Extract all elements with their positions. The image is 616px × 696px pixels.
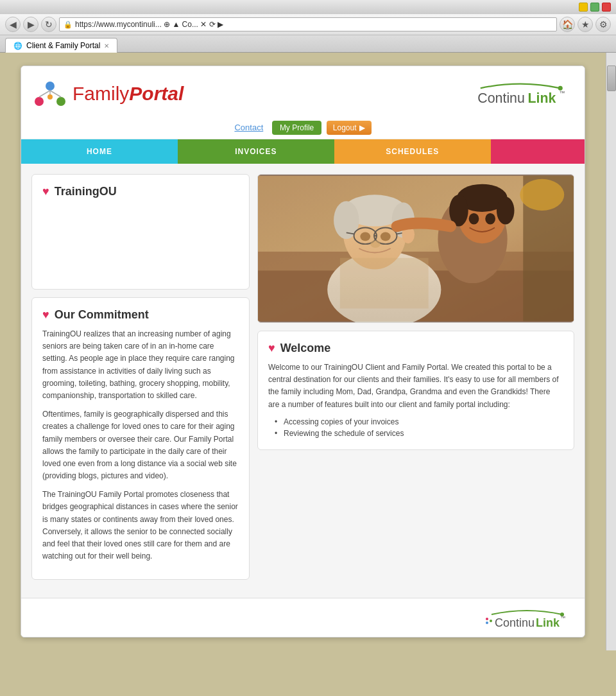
url-text: https://www.mycontinuli... ⊕ ▲ Co... ✕ ⟳… bbox=[75, 20, 223, 29]
training-ou-card: ♥ TrainingOU bbox=[31, 174, 250, 290]
svg-point-40 bbox=[486, 622, 488, 624]
nav-schedules-item[interactable]: SCHEDULES bbox=[334, 139, 491, 164]
refresh-button[interactable]: ↻ bbox=[41, 17, 56, 32]
tab-title: Client & Family Portal bbox=[26, 41, 100, 50]
main-navigation: HOME INVOICES SCHEDULES bbox=[21, 139, 585, 164]
commitment-p3: The TrainingOU Family Portal promotes cl… bbox=[42, 489, 239, 562]
heart-icon: ♥ bbox=[42, 185, 49, 198]
welcome-list: Accessing copies of your invoices Review… bbox=[268, 416, 563, 439]
welcome-bullet-1: Accessing copies of your invoices bbox=[275, 416, 563, 428]
welcome-heart-icon: ♥ bbox=[268, 342, 275, 355]
page-content: FamilyPortal Continu Link bbox=[0, 53, 606, 650]
address-bar[interactable]: 🔒 https://www.mycontinuli... ⊕ ▲ Co... ✕… bbox=[59, 17, 557, 31]
welcome-title: ♥ Welcome bbox=[268, 342, 563, 355]
commitment-p2: Oftentimes, family is geographically dis… bbox=[42, 408, 239, 482]
contact-link[interactable]: Contact bbox=[234, 123, 263, 132]
back-button[interactable]: ◀ bbox=[5, 17, 21, 32]
browser-chrome: ◀ ▶ ↻ 🔒 https://www.mycontinuli... ⊕ ▲ C… bbox=[0, 0, 616, 53]
maximize-button[interactable] bbox=[590, 3, 599, 12]
continuu-link-logo: Continu Link ™ bbox=[469, 76, 572, 110]
commitment-card: ♥ Our Commitment TrainingOU realizes tha… bbox=[31, 297, 250, 580]
svg-rect-38 bbox=[258, 176, 574, 321]
commitment-title-text: Our Commitment bbox=[55, 308, 149, 322]
svg-point-41 bbox=[486, 618, 488, 620]
welcome-intro: Welcome to our TrainingOU Client and Fam… bbox=[268, 361, 563, 411]
tab-close-button[interactable]: ✕ bbox=[104, 42, 109, 49]
commitment-heart-icon: ♥ bbox=[42, 308, 49, 322]
favorites-button[interactable]: ★ bbox=[578, 17, 593, 32]
welcome-bullet-2: Reviewing the schedule of services bbox=[275, 428, 563, 439]
browser-nav: ◀ ▶ ↻ 🔒 https://www.mycontinuli... ⊕ ▲ C… bbox=[0, 14, 616, 35]
training-ou-name: TrainingOU bbox=[55, 185, 117, 198]
svg-text:Link: Link bbox=[528, 91, 556, 106]
welcome-title-text: Welcome bbox=[280, 342, 331, 355]
page-wrapper: FamilyPortal Continu Link bbox=[0, 53, 616, 650]
logout-arrow-icon: ▶ bbox=[359, 123, 365, 132]
left-panel: ♥ TrainingOU ♥ Our Commitment TrainingOU… bbox=[31, 174, 250, 587]
welcome-text: Welcome to our TrainingOU Client and Fam… bbox=[268, 361, 563, 439]
commitment-title: ♥ Our Commitment bbox=[42, 308, 239, 322]
commitment-text: TrainingOU realizes that an increasing n… bbox=[42, 328, 239, 562]
portal-container: FamilyPortal Continu Link bbox=[21, 65, 585, 638]
svg-point-42 bbox=[490, 620, 492, 622]
portal-header: FamilyPortal Continu Link bbox=[21, 66, 585, 117]
logo-icon bbox=[34, 81, 66, 107]
settings-button[interactable]: ⚙ bbox=[595, 17, 611, 32]
svg-text:™: ™ bbox=[559, 90, 565, 96]
training-ou-title: ♥ TrainingOU bbox=[42, 185, 239, 198]
svg-point-2 bbox=[56, 97, 65, 106]
browser-titlebar bbox=[0, 0, 616, 14]
scrollbar[interactable] bbox=[606, 53, 616, 650]
tab-favicon: 🌐 bbox=[13, 42, 22, 50]
nav-invoices-item[interactable]: INVOICES bbox=[178, 139, 334, 164]
logo-text: FamilyPortal bbox=[73, 83, 184, 105]
my-profile-button[interactable]: My Profile bbox=[272, 121, 321, 135]
forward-button[interactable]: ▶ bbox=[23, 17, 38, 32]
scrollbar-thumb[interactable] bbox=[607, 65, 616, 91]
svg-point-1 bbox=[35, 97, 44, 106]
logo-area: FamilyPortal bbox=[34, 81, 184, 107]
minimize-button[interactable] bbox=[579, 3, 588, 12]
right-panel: ♥ Welcome Welcome to our TrainingOU Clie… bbox=[257, 174, 574, 587]
photo-card bbox=[257, 174, 574, 323]
svg-text:Link: Link bbox=[536, 616, 560, 629]
nav-extra-item[interactable] bbox=[491, 139, 585, 164]
nav-links-row: Contact My Profile Logout ▶ bbox=[21, 117, 585, 139]
browser-tabs: 🌐 Client & Family Portal ✕ bbox=[0, 35, 616, 52]
portal-footer: Continu Link ™ bbox=[21, 598, 585, 637]
svg-text:™: ™ bbox=[560, 615, 565, 621]
footer-logo: Continu Link ™ bbox=[482, 605, 572, 631]
commitment-p1: TrainingOU realizes that an increasing n… bbox=[42, 328, 239, 402]
close-button[interactable] bbox=[602, 3, 611, 12]
svg-point-6 bbox=[47, 94, 53, 100]
home-nav-button[interactable]: 🏠 bbox=[560, 17, 575, 32]
photo-placeholder bbox=[258, 175, 574, 322]
svg-text:Continu: Continu bbox=[495, 616, 535, 629]
logout-button[interactable]: Logout ▶ bbox=[327, 121, 372, 135]
svg-text:Continu: Continu bbox=[477, 91, 525, 106]
welcome-card: ♥ Welcome Welcome to our TrainingOU Clie… bbox=[257, 331, 574, 450]
lock-icon: 🔒 bbox=[64, 21, 73, 29]
logout-label: Logout bbox=[333, 123, 357, 132]
nav-home-item[interactable]: HOME bbox=[21, 139, 178, 164]
svg-point-0 bbox=[46, 82, 55, 91]
active-tab[interactable]: 🌐 Client & Family Portal ✕ bbox=[5, 38, 117, 53]
content-area: ♥ TrainingOU ♥ Our Commitment TrainingOU… bbox=[21, 164, 585, 598]
